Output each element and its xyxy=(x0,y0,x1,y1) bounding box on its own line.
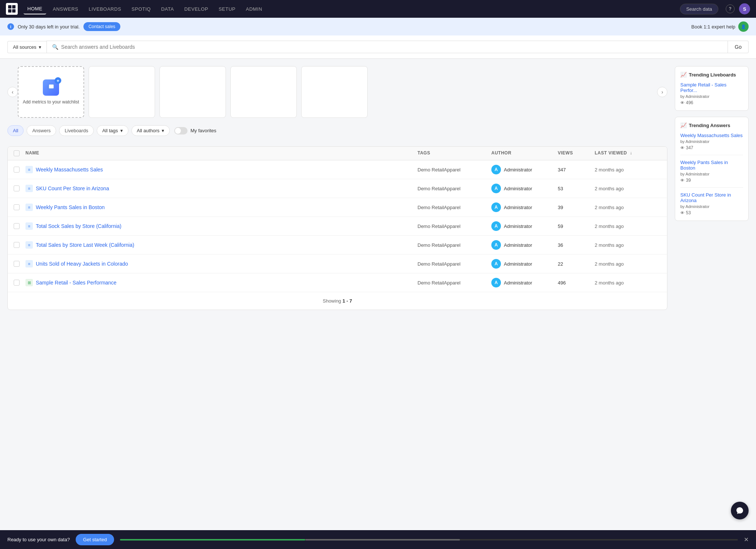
info-icon: i xyxy=(7,23,14,30)
trending-answer-item-2[interactable]: SKU Count Per Store in Arizona by Admini… xyxy=(680,192,743,215)
row-date: 2 months ago xyxy=(595,224,661,229)
table-row[interactable]: ≡ SKU Count Per Store in Arizona Demo Re… xyxy=(8,179,667,198)
row-checkbox[interactable] xyxy=(14,185,20,191)
row-checkbox[interactable] xyxy=(14,223,20,229)
trending-answer-author-2: by Administrator xyxy=(680,204,743,209)
svg-rect-0 xyxy=(8,5,11,8)
author-avatar: A xyxy=(491,202,501,212)
nav-spotiq[interactable]: SPOTIQ xyxy=(128,4,154,14)
trending-answer-item-1[interactable]: Weekly Pants Sales in Boston by Administ… xyxy=(680,160,743,188)
nav-liveboards[interactable]: LIVEBOARDS xyxy=(85,4,125,14)
watchlist-card-5[interactable] xyxy=(301,66,368,118)
authors-dropdown[interactable]: All authors xyxy=(131,125,170,136)
trending-answer-name-2[interactable]: SKU Count Per Store in Arizona xyxy=(680,192,743,203)
table-row[interactable]: ≡ Weekly Pants Sales in Boston Demo Reta… xyxy=(8,198,667,217)
sources-chevron-icon xyxy=(39,44,41,50)
table-row[interactable]: ≡ Units Sold of Heavy Jackets in Colorad… xyxy=(8,255,667,273)
sources-dropdown[interactable]: All sources xyxy=(7,41,47,53)
trend-up-icon: 📈 xyxy=(680,72,687,78)
svg-rect-2 xyxy=(8,9,11,13)
trending-answer-name-1[interactable]: Weekly Pants Sales in Boston xyxy=(680,160,743,171)
author-avatar: A xyxy=(491,278,501,287)
trending-answer-item-0[interactable]: Weekly Massachusetts Sales by Administra… xyxy=(680,133,743,155)
filter-answers-tab[interactable]: Answers xyxy=(27,125,56,136)
favorites-toggle[interactable]: My favorites xyxy=(174,127,216,134)
trending-answer-views-2: 👁 53 xyxy=(680,210,743,215)
help-icon[interactable]: ? xyxy=(726,4,735,13)
go-button[interactable]: Go xyxy=(728,41,749,53)
row-views: 36 xyxy=(558,242,595,248)
row-checkbox[interactable] xyxy=(14,280,20,286)
add-watchlist-card[interactable]: + Add metrics to your watchlist xyxy=(18,66,84,118)
row-tags: Demo RetailApparel xyxy=(417,224,491,229)
row-views: 39 xyxy=(558,205,595,210)
filter-row: All Answers Liveboards All tags All auth… xyxy=(7,125,667,140)
eye-icon: 👁 xyxy=(680,100,684,105)
trending-answer-name-0[interactable]: Weekly Massachusetts Sales xyxy=(680,133,743,138)
search-input-wrap: 🔍 xyxy=(47,41,728,53)
expert-avatar[interactable]: 👤 xyxy=(738,21,749,32)
row-date: 2 months ago xyxy=(595,242,661,248)
column-last-viewed: Last viewed ↓ xyxy=(595,150,661,156)
row-author: A Administrator xyxy=(491,240,558,250)
eye-icon-1: 👁 xyxy=(680,178,684,183)
trending-answer-author-0: by Administrator xyxy=(680,139,743,144)
tags-dropdown[interactable]: All tags xyxy=(97,125,128,136)
header-checkbox[interactable] xyxy=(14,150,20,156)
watchlist-card-3[interactable] xyxy=(159,66,226,118)
nav-data[interactable]: DATA xyxy=(157,4,178,14)
author-avatar: A xyxy=(491,221,501,231)
answer-icon: ≡ xyxy=(25,222,33,230)
nav-answers[interactable]: ANSWERS xyxy=(49,4,82,14)
search-input[interactable] xyxy=(61,44,723,50)
top-nav: HOME ANSWERS LIVEBOARDS SPOTIQ DATA DEVE… xyxy=(0,0,756,18)
scroll-left-arrow[interactable]: ‹ xyxy=(7,87,18,97)
trending-liveboard-author: by Administrator xyxy=(680,94,743,99)
row-checkbox[interactable] xyxy=(14,261,20,267)
row-checkbox[interactable] xyxy=(14,167,20,173)
watchlist-card-2[interactable] xyxy=(89,66,155,118)
table-row[interactable]: ⊞ Sample Retail - Sales Performance Demo… xyxy=(8,273,667,292)
row-tags: Demo RetailApparel xyxy=(417,261,491,267)
trending-liveboard-name[interactable]: Sample Retail - Sales Perfor... xyxy=(680,82,743,93)
watchlist-card-4[interactable] xyxy=(230,66,297,118)
nav-develop[interactable]: DEVELOP xyxy=(181,4,212,14)
table-row[interactable]: ≡ Total Sales by Store Last Week (Califo… xyxy=(8,236,667,255)
nav-right-section: ? S xyxy=(726,3,750,14)
trending-liveboard-item[interactable]: Sample Retail - Sales Perfor... by Admin… xyxy=(680,82,743,105)
row-checkbox[interactable] xyxy=(14,204,20,210)
author-avatar: A xyxy=(491,259,501,269)
search-data-button[interactable]: Search data xyxy=(680,4,718,14)
row-date: 2 months ago xyxy=(595,261,661,267)
column-tags: Tags xyxy=(417,150,491,156)
filter-liveboards-tab[interactable]: Liveboards xyxy=(59,125,94,136)
trial-banner: i Only 30 days left in your trial. Conta… xyxy=(0,18,756,35)
nav-admin[interactable]: ADMIN xyxy=(242,4,266,14)
nav-setup[interactable]: SETUP xyxy=(215,4,239,14)
scroll-right-arrow[interactable]: › xyxy=(657,87,667,97)
row-author: A Administrator xyxy=(491,202,558,212)
svg-rect-3 xyxy=(12,9,16,13)
table-row[interactable]: ≡ Total Sock Sales by Store (California)… xyxy=(8,217,667,236)
row-tags: Demo RetailApparel xyxy=(417,186,491,191)
contact-sales-button[interactable]: Contact sales xyxy=(83,22,121,31)
right-sidebar: 📈 Trending Liveboards Sample Retail - Sa… xyxy=(675,66,749,310)
user-avatar[interactable]: S xyxy=(739,3,750,14)
row-tags: Demo RetailApparel xyxy=(417,205,491,210)
sources-label: All sources xyxy=(13,44,37,50)
row-author: A Administrator xyxy=(491,259,558,269)
row-author: A Administrator xyxy=(491,278,558,287)
table-header: Name Tags Author Views Last viewed ↓ xyxy=(8,147,667,160)
search-icon: 🔍 xyxy=(52,44,58,50)
trending-answer-views-1: 👁 39 xyxy=(680,178,743,183)
row-views: 496 xyxy=(558,280,595,286)
favorites-switch[interactable] xyxy=(174,127,188,134)
filter-all-tab[interactable]: All xyxy=(7,125,24,136)
table-row[interactable]: ≡ Weekly Massachusetts Sales Demo Retail… xyxy=(8,160,667,179)
app-logo[interactable] xyxy=(6,3,18,15)
row-tags: Demo RetailApparel xyxy=(417,242,491,248)
row-tags: Demo RetailApparel xyxy=(417,167,491,173)
nav-home[interactable]: HOME xyxy=(24,4,46,14)
row-author: A Administrator xyxy=(491,165,558,174)
row-checkbox[interactable] xyxy=(14,242,20,248)
